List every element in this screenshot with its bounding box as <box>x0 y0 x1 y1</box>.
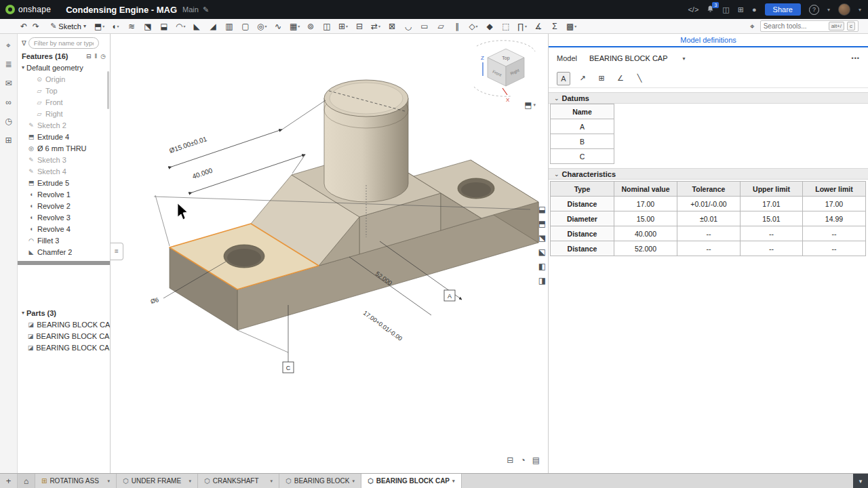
rename-icon[interactable]: ✎ <box>203 5 209 14</box>
cell-nominal[interactable]: 52.000 <box>614 241 677 256</box>
boundary-surface-icon[interactable]: ◇ <box>469 22 478 30</box>
thread-icon[interactable]: ∿ <box>273 22 283 30</box>
chevron-down-icon[interactable]: ▾ <box>352 479 355 484</box>
collapse-all-icon[interactable]: ⊟ <box>86 53 92 60</box>
onshape-logo[interactable]: onshape <box>0 5 58 14</box>
home-tab-button[interactable]: ⌂ <box>18 474 35 488</box>
tab-under-frame[interactable]: ⬡ UNDER FRAME ▾ <box>117 474 198 488</box>
overflow-menu-button[interactable]: ••• <box>852 55 860 62</box>
named-views-icon[interactable]: ⬒ <box>538 219 546 228</box>
characteristic-row[interactable]: Diameter 15.00 ±0.01 15.01 14.99 <box>551 211 866 226</box>
linked-documents-icon[interactable]: ∞ <box>5 98 12 107</box>
cell-type[interactable]: Distance <box>551 241 614 256</box>
undo-button[interactable]: ↶ <box>20 22 27 31</box>
isolate-icon[interactable]: ◨ <box>538 276 546 285</box>
characteristic-row[interactable]: Distance 17.00 +0.01/-0.00 17.01 17.00 <box>551 197 866 211</box>
datums-section-header[interactable]: ⌄ Datums <box>549 92 868 104</box>
chevron-down-icon[interactable]: ▾ <box>827 7 830 13</box>
transform-icon[interactable]: ⇄ <box>371 22 380 30</box>
branch-label[interactable]: Main <box>182 5 199 14</box>
feature-plane-front[interactable]: ▱ Front <box>18 96 110 108</box>
datum-tool-icon[interactable]: A <box>557 72 570 85</box>
user-avatar[interactable] <box>838 3 850 16</box>
cell-tolerance[interactable]: ±0.01 <box>677 211 741 226</box>
feature-plane-right[interactable]: ▱ Right <box>18 108 110 119</box>
leader-dimension-icon[interactable]: ↗ <box>576 72 589 85</box>
feature-sketch-3[interactable]: ✎ Sketch 3 <box>18 154 110 165</box>
chevron-down-icon[interactable]: ▾ <box>683 56 686 62</box>
dev-tools-icon[interactable]: </> <box>688 6 698 14</box>
revolve-icon[interactable]: ◖ <box>111 22 120 30</box>
cell-upper[interactable]: -- <box>741 241 803 256</box>
feature-revolve-3[interactable]: ◖ Revolve 3 <box>18 211 110 223</box>
split-icon[interactable]: ⊟ <box>355 22 364 30</box>
linear-pattern-icon[interactable]: ▦ <box>290 22 299 30</box>
boolean-icon[interactable]: ⊞ <box>338 22 348 30</box>
snapshot-icon[interactable]: ⊟ <box>507 455 513 465</box>
notifications-icon[interactable]: 3 <box>707 5 714 14</box>
datum-row-b[interactable]: B <box>551 134 614 149</box>
characteristic-row[interactable]: Distance 40.000 -- -- -- <box>551 226 866 241</box>
perspective-icon[interactable]: ◧ <box>538 262 546 271</box>
app-store-icon[interactable]: ⊞ <box>738 6 744 14</box>
feature-origin[interactable]: ⊙ Origin <box>18 73 110 85</box>
parts-section-header[interactable]: ▾ Parts (3) <box>18 307 110 319</box>
feature-revolve-4[interactable]: ◖ Revolve 4 <box>18 223 110 235</box>
insert-tool-icon[interactable]: ⌖ <box>6 41 11 50</box>
measure-icon[interactable]: ∡ <box>534 22 543 30</box>
cell-upper[interactable]: 15.01 <box>741 211 803 226</box>
cell-upper[interactable]: -- <box>741 226 803 241</box>
datum-row-c[interactable]: C <box>551 149 614 164</box>
share-button[interactable]: Share <box>765 3 801 16</box>
cell-type[interactable]: Diameter <box>551 211 614 226</box>
cloud-status-icon[interactable]: ◔ <box>520 455 525 465</box>
chevron-down-icon[interactable]: ▾ <box>270 479 273 484</box>
feature-revolve-1[interactable]: ◖ Revolve 1 <box>18 188 110 200</box>
view-cube[interactable]: Top Front Right Z X <box>474 41 535 103</box>
cell-nominal[interactable]: 17.00 <box>614 197 677 211</box>
feature-default-geometry[interactable]: ▾ Default geometry <box>18 62 110 73</box>
hole-icon[interactable]: ◎ <box>257 22 267 30</box>
loft-icon[interactable]: ⬔ <box>143 22 153 30</box>
modify-fillet-icon[interactable]: ◡ <box>403 22 413 30</box>
cell-upper[interactable]: 17.01 <box>741 197 803 211</box>
cell-lower[interactable]: -- <box>803 226 866 241</box>
feature-extrude-5[interactable]: ⬒ Extrude 5 <box>18 177 110 188</box>
sheet-metal-icon[interactable]: ∏ <box>517 22 527 30</box>
display-settings-icon[interactable]: ▤ <box>532 455 540 465</box>
feature-filter-input[interactable] <box>28 37 99 49</box>
enclose-icon[interactable]: ⬚ <box>501 22 511 30</box>
delete-part-icon[interactable]: ⊠ <box>387 22 397 30</box>
shaded-view-icon[interactable]: ⬕ <box>538 247 546 257</box>
characteristic-row[interactable]: Distance 52.000 -- -- -- <box>551 241 866 256</box>
surface-finish-icon[interactable]: ╲ <box>633 72 646 85</box>
graphics-viewport[interactable]: Ø15.00±0.01 40.000 52.000 17.00+0.01/-0.… <box>111 34 548 473</box>
shell-icon[interactable]: ▢ <box>241 22 250 30</box>
history-icon[interactable]: ◷ <box>5 117 12 126</box>
feature-panel-flyout-handle[interactable]: ≡ <box>111 243 123 260</box>
teams-icon[interactable]: ◫ <box>722 6 729 14</box>
display-style-button[interactable]: ⬒ <box>524 100 536 110</box>
comments-icon[interactable]: ✉ <box>5 79 12 88</box>
pause-updates-icon[interactable]: ‖ <box>94 53 97 60</box>
appearance-icon[interactable]: ▩ <box>566 22 576 30</box>
chamfer-icon[interactable]: ◣ <box>192 22 201 30</box>
help-button[interactable]: ? <box>809 5 819 15</box>
sketch-button[interactable]: ✎ Sketch ▾ <box>50 22 86 30</box>
feature-plane-top[interactable]: ▱ Top <box>18 85 110 96</box>
cell-nominal[interactable]: 40.000 <box>614 226 677 241</box>
feature-list-icon[interactable]: ≣ <box>5 60 12 69</box>
tab-crankshaft[interactable]: ⬡ CRANKSHAFT ▾ <box>198 474 279 488</box>
cell-tolerance[interactable]: -- <box>677 241 741 256</box>
feature-extrude-4[interactable]: ⬒ Extrude 4 <box>18 131 110 142</box>
cell-lower[interactable]: 17.00 <box>803 197 866 211</box>
search-tools-input[interactable] <box>764 22 826 30</box>
tables-icon[interactable]: ⊞ <box>5 136 12 145</box>
zoom-to-fit-icon[interactable]: ⌖ <box>750 22 755 31</box>
hidden-edges-icon[interactable]: ⬔ <box>538 233 546 243</box>
rib-icon[interactable]: ▥ <box>224 22 234 30</box>
move-face-icon[interactable]: ▭ <box>420 22 429 30</box>
chevron-down-icon[interactable]: ▾ <box>189 479 191 484</box>
draft-icon[interactable]: ◢ <box>208 22 218 30</box>
feature-revolve-2[interactable]: ◖ Revolve 2 <box>18 200 110 211</box>
